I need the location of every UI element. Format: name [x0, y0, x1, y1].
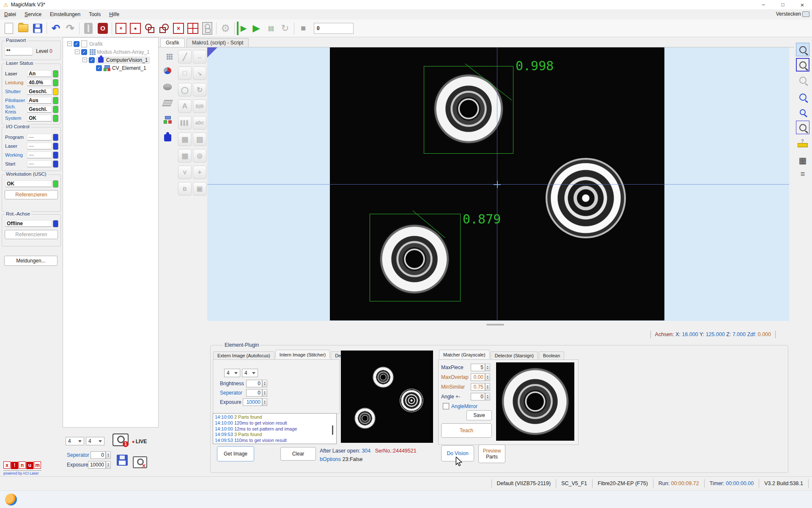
- zoom-region-button[interactable]: [796, 121, 809, 134]
- maximize-button[interactable]: □: [773, 0, 793, 9]
- panel-view-button[interactable]: [200, 22, 214, 35]
- graphics-canvas[interactable]: 0.998 0.879: [207, 47, 789, 321]
- collapse-icon[interactable]: −: [67, 41, 72, 46]
- save-button[interactable]: Save: [466, 410, 492, 420]
- text-tool-button[interactable]: A: [178, 99, 192, 113]
- grid-x-dropdown[interactable]: 4: [224, 369, 240, 377]
- vector-tool-button[interactable]: V: [178, 166, 192, 179]
- plugin-tool-icon[interactable]: [163, 133, 172, 142]
- log-scrollbar[interactable]: [332, 425, 333, 435]
- menu-einstellungen[interactable]: Einstellungen: [46, 10, 85, 19]
- maxoverlap-stepper[interactable]: ▲▼: [485, 373, 490, 381]
- repeat-button[interactable]: ↻: [278, 22, 292, 35]
- mirror-tool-button[interactable]: B|B: [193, 99, 206, 113]
- checkbox-checked-icon[interactable]: ✓: [89, 57, 95, 63]
- zoom-out-button[interactable]: [796, 73, 809, 87]
- grid-toggle-button[interactable]: ▦: [796, 154, 809, 167]
- run-button[interactable]: ▶: [250, 22, 263, 35]
- rotate-tool-button[interactable]: ↻: [193, 83, 206, 97]
- passwort-input[interactable]: **: [5, 47, 33, 55]
- vision-log[interactable]: 14:10:00 2 Parts found 14:10:00 120ms to…: [213, 413, 337, 444]
- cam-exposure-input[interactable]: 10000: [88, 461, 106, 469]
- exposure-input[interactable]: 10000: [243, 398, 262, 406]
- new-file-button[interactable]: [2, 22, 16, 35]
- zoom-in-button[interactable]: [796, 58, 809, 72]
- splitter-handle[interactable]: [486, 324, 504, 326]
- brightness-input[interactable]: 0: [246, 380, 262, 387]
- menu-service[interactable]: Service: [20, 10, 46, 19]
- collapse-icon[interactable]: −: [82, 58, 87, 62]
- pause-button[interactable]: ▮▮: [264, 22, 277, 35]
- grid-y-dropdown[interactable]: 4: [242, 369, 258, 377]
- measure-button[interactable]: [796, 138, 809, 152]
- open-file-button[interactable]: [16, 22, 30, 35]
- layers-tool-icon[interactable]: [163, 98, 172, 108]
- datamatrix-tool-button[interactable]: ▩: [178, 133, 192, 146]
- angle-stepper[interactable]: ▲▼: [485, 393, 490, 400]
- tab-grafik[interactable]: Grafik: [160, 38, 185, 47]
- tree-node-grafik[interactable]: − ✓ Grafik: [67, 40, 103, 47]
- shape-tool-button[interactable]: [143, 22, 156, 35]
- mark-set-button[interactable]: ●: [129, 22, 142, 35]
- weather-icon[interactable]: [5, 494, 17, 505]
- maxoverlap-input[interactable]: 0.00: [471, 373, 485, 381]
- barcode-tool-button[interactable]: ▌▌▌: [178, 116, 192, 130]
- minsimilar-input[interactable]: 0.75: [471, 383, 485, 391]
- minimize-button[interactable]: –: [754, 0, 773, 9]
- tab-makro1-script[interactable]: Makro1 (script) - Script: [187, 38, 249, 47]
- hatch-tool-button[interactable]: ▨: [193, 133, 206, 146]
- get-image-button[interactable]: Get Image: [217, 446, 254, 461]
- pie-3d-tool-icon[interactable]: [163, 66, 172, 75]
- tree-node-computervision[interactable]: − ✓ ComputerVision_1: [82, 56, 150, 64]
- brightness-stepper[interactable]: ▲▼: [262, 380, 267, 387]
- seperator-input[interactable]: 0: [246, 389, 262, 397]
- align-marker-button[interactable]: ×: [172, 22, 185, 35]
- close-button[interactable]: ×: [793, 0, 812, 9]
- bold-tool-button[interactable]: B: [178, 182, 192, 196]
- arrows-tool-button[interactable]: +: [193, 166, 206, 179]
- checkbox-checked-icon[interactable]: ✓: [81, 49, 87, 55]
- cylinder-tool-icon[interactable]: [163, 82, 172, 91]
- tab-matcher-grayscale[interactable]: Matcher (Grayscale): [439, 350, 490, 359]
- undo-button[interactable]: ↶: [49, 22, 63, 35]
- save-image-icon[interactable]: [117, 455, 128, 466]
- tree-node-modus[interactable]: − ✓ Modus Achsen-Array_1: [75, 48, 150, 55]
- resize-tool-button[interactable]: ↘: [193, 66, 206, 80]
- mark-delete-button[interactable]: ×: [114, 22, 128, 35]
- tab-extern-image[interactable]: Extern Image (Autofocus): [213, 351, 274, 359]
- step-run-button[interactable]: ▶: [237, 22, 249, 35]
- rot-achse-referenzieren-button[interactable]: Referenzieren: [5, 230, 58, 239]
- checkbox-checked-icon[interactable]: ✓: [74, 41, 80, 47]
- cam-rows-dropdown[interactable]: 4: [86, 437, 104, 445]
- clear-button[interactable]: Clear: [280, 447, 316, 461]
- menu-tools[interactable]: Tools: [85, 10, 105, 19]
- tree-selected-item[interactable]: ComputerVision_1: [96, 57, 150, 64]
- rect-tool-button[interactable]: □: [178, 66, 192, 80]
- meldungen-button[interactable]: Meldungen...: [4, 256, 58, 266]
- array-tool-icon[interactable]: [163, 50, 172, 59]
- minsimilar-stepper[interactable]: ▲▼: [485, 383, 490, 391]
- collapse-icon[interactable]: −: [75, 50, 80, 54]
- cam-exposure-stepper[interactable]: ▲▼: [106, 461, 111, 469]
- maxpiece-input[interactable]: 5: [471, 364, 485, 371]
- checkbox-checked-icon[interactable]: ✓: [96, 65, 102, 71]
- workstation-referenzieren-button[interactable]: Referenzieren: [5, 190, 58, 199]
- menu-hilfe[interactable]: Hilfe: [105, 10, 123, 19]
- cam-seperator-stepper[interactable]: ▲▼: [106, 451, 111, 459]
- teach-button[interactable]: Teach: [441, 423, 492, 438]
- angle-input[interactable]: 0: [471, 393, 485, 400]
- tab-intern-image[interactable]: Intern Image (Stitcher): [275, 350, 330, 359]
- save-button[interactable]: [31, 22, 44, 35]
- move-tool-button[interactable]: ↔: [193, 50, 206, 64]
- splitter-gutter[interactable]: [207, 321, 789, 328]
- preview-parts-button[interactable]: Preview Parts: [478, 444, 505, 463]
- arc-text-tool-button[interactable]: abc: [193, 116, 206, 130]
- zoom-fit-button[interactable]: [796, 43, 809, 56]
- tree-node-cv-element[interactable]: ✓ CV_Element_1: [96, 64, 146, 72]
- exposure-stepper[interactable]: ▲▼: [262, 398, 267, 406]
- zoom-pan-button[interactable]: [796, 90, 809, 104]
- stop-button[interactable]: ■: [296, 22, 310, 35]
- qrcode-tool-button[interactable]: ▦: [178, 149, 192, 163]
- laser-standby-button[interactable]: [82, 22, 95, 35]
- more-tools-button[interactable]: ≡: [796, 167, 809, 181]
